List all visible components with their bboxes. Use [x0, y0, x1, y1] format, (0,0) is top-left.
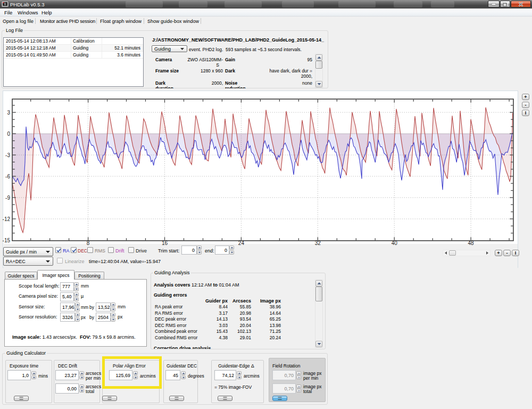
svg-text:24: 24 [238, 240, 245, 246]
svg-text:16: 16 [162, 240, 168, 246]
svg-text:32: 32 [315, 240, 321, 246]
svg-text:40: 40 [392, 240, 398, 246]
svg-text:0: 0 [7, 131, 10, 137]
svg-text:3: 3 [7, 110, 10, 116]
svg-text:48: 48 [468, 240, 475, 246]
svg-text:-15: -15 [3, 238, 11, 243]
svg-text:-12: -12 [3, 216, 11, 222]
svg-text:-6: -6 [5, 174, 10, 179]
svg-text:8: 8 [87, 240, 90, 246]
svg-text:-3: -3 [5, 152, 10, 158]
svg-text:-9: -9 [5, 195, 10, 201]
